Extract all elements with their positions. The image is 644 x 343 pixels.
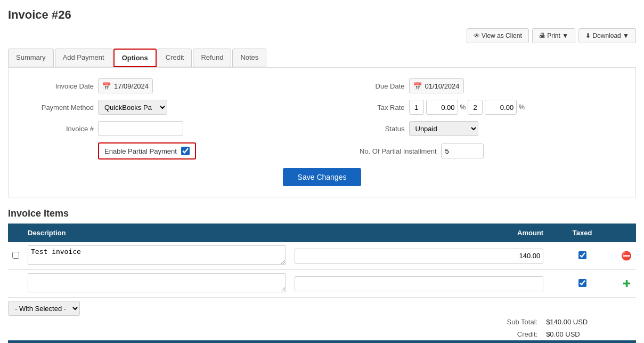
row-2-taxed-cell <box>548 270 617 298</box>
row-2-checkbox-cell <box>8 270 23 298</box>
calendar-icon: 📅 <box>102 82 111 90</box>
tax-rate-1-pct: % <box>460 103 466 111</box>
row-1-description-cell: Test invoice <box>23 242 290 270</box>
due-date-input[interactable]: 📅 01/10/2024 <box>409 78 464 93</box>
totals-table: Sub Total: $140.00 USD Credit: $0.00 USD… <box>8 316 636 343</box>
tab-credit[interactable]: Credit <box>158 49 192 67</box>
calendar-icon: 📅 <box>413 82 422 90</box>
options-form-panel: Invoice Date 📅 17/09/2024 Due Date 📅 01/… <box>8 67 636 197</box>
col-taxed: Taxed <box>548 224 617 242</box>
invoice-items-table: Description Amount Taxed Test invoice <box>8 224 636 298</box>
table-row: ✚ <box>8 270 636 298</box>
col-check <box>8 224 23 242</box>
row-checkbox-cell <box>8 242 23 270</box>
invoice-date-label: Invoice Date <box>19 82 94 90</box>
remove-row-icon[interactable]: ⛔ <box>621 251 632 260</box>
row-1-amount-cell <box>290 242 548 270</box>
invoice-items-title: Invoice Items <box>8 208 636 219</box>
row-2-amount-cell <box>290 270 548 298</box>
tax-rate-2-pct: % <box>519 103 525 111</box>
enable-partial-checkbox[interactable] <box>181 147 190 155</box>
with-selected-row: - With Selected - Delete <box>8 301 636 316</box>
due-date-value: 01/10/2024 <box>425 82 460 90</box>
view-as-client-button[interactable]: 👁 View as Client <box>467 28 529 43</box>
col-description: Description <box>23 224 290 242</box>
add-row-icon[interactable]: ✚ <box>623 278 631 289</box>
status-row: Status Unpaid Paid Partial Cancelled <box>330 121 625 136</box>
row-1-amount-input[interactable] <box>295 249 543 264</box>
row-2-taxed-checkbox[interactable] <box>578 279 586 287</box>
tab-summary[interactable]: Summary <box>8 49 54 67</box>
total-due-row: Total Due: $140.00 USD <box>8 340 636 343</box>
status-select[interactable]: Unpaid Paid Partial Cancelled <box>409 121 478 136</box>
col-ctrl <box>617 224 636 242</box>
table-row: Test invoice ⛔ <box>8 242 636 270</box>
row-2-description-cell <box>23 270 290 298</box>
sub-total-row: Sub Total: $140.00 USD <box>8 316 636 328</box>
total-due-label: Total Due: <box>8 340 542 343</box>
invoice-date-row: Invoice Date 📅 17/09/2024 <box>19 78 314 93</box>
total-due-value: $140.00 USD <box>542 340 625 343</box>
tab-refund[interactable]: Refund <box>193 49 231 67</box>
col-amount: Amount <box>290 224 548 242</box>
chevron-down-icon: ▼ <box>623 32 629 39</box>
tab-notes[interactable]: Notes <box>232 49 266 67</box>
credit-label: Credit: <box>8 328 542 340</box>
due-date-label: Due Date <box>330 82 405 90</box>
invoice-date-input[interactable]: 📅 17/09/2024 <box>98 78 153 93</box>
enable-partial-label: Enable Partial Payment <box>104 147 177 155</box>
with-selected-select[interactable]: - With Selected - Delete <box>8 301 80 316</box>
sub-total-label: Sub Total: <box>8 316 542 328</box>
tax-rate-2-value[interactable] <box>485 100 517 115</box>
credit-row: Credit: $0.00 USD <box>8 328 636 340</box>
status-label: Status <box>330 125 405 133</box>
no-partial-row: No. Of Partial Installment <box>330 142 625 159</box>
tax-rate-1-value[interactable] <box>426 100 458 115</box>
payment-method-select[interactable]: QuickBooks Pa PayPal Stripe Cash Check <box>98 100 167 115</box>
print-button[interactable]: 🖶 Print ▼ <box>532 28 575 43</box>
row-1-taxed-cell <box>548 242 617 270</box>
row-2-description-input[interactable] <box>28 273 286 292</box>
download-button[interactable]: ⬇ Download ▼ <box>578 28 636 43</box>
tax-rate-row: Tax Rate % % <box>330 100 625 115</box>
invoice-num-input[interactable] <box>98 121 183 136</box>
print-icon: 🖶 <box>539 32 545 39</box>
save-changes-button[interactable]: Save Changes <box>283 168 362 186</box>
row-1-checkbox[interactable] <box>12 252 19 259</box>
invoice-num-row: Invoice # <box>19 121 314 136</box>
credit-value: $0.00 USD <box>542 328 625 340</box>
due-date-row: Due Date 📅 01/10/2024 <box>330 78 625 93</box>
sub-total-value: $140.00 USD <box>542 316 625 328</box>
row-2-add-cell: ✚ <box>617 270 636 298</box>
row-1-description-input[interactable]: Test invoice <box>28 245 286 265</box>
row-1-remove-cell: ⛔ <box>617 242 636 270</box>
chevron-down-icon: ▼ <box>562 32 568 39</box>
payment-method-label: Payment Method <box>19 103 94 111</box>
no-partial-label: No. Of Partial Installment <box>330 147 437 155</box>
tax-rate-2-index[interactable] <box>468 100 483 115</box>
payment-method-row: Payment Method QuickBooks Pa PayPal Stri… <box>19 100 314 115</box>
invoice-num-label: Invoice # <box>19 125 94 133</box>
no-partial-input[interactable] <box>441 143 484 158</box>
tab-add-payment[interactable]: Add Payment <box>55 49 112 67</box>
download-icon: ⬇ <box>585 32 591 39</box>
eye-icon: 👁 <box>474 32 480 39</box>
tax-rate-1-index[interactable] <box>409 100 424 115</box>
row-1-taxed-checkbox[interactable] <box>578 251 586 259</box>
row-2-amount-input[interactable] <box>295 276 543 291</box>
tab-options[interactable]: Options <box>113 49 157 67</box>
invoice-date-value: 17/09/2024 <box>114 82 149 90</box>
page-title: Invoice #26 <box>8 8 636 22</box>
invoice-items-section: Invoice Items Description Amount Taxed T… <box>8 208 636 343</box>
enable-partial-payment-row: Enable Partial Payment <box>98 142 196 159</box>
tax-rate-label: Tax Rate <box>330 103 405 111</box>
